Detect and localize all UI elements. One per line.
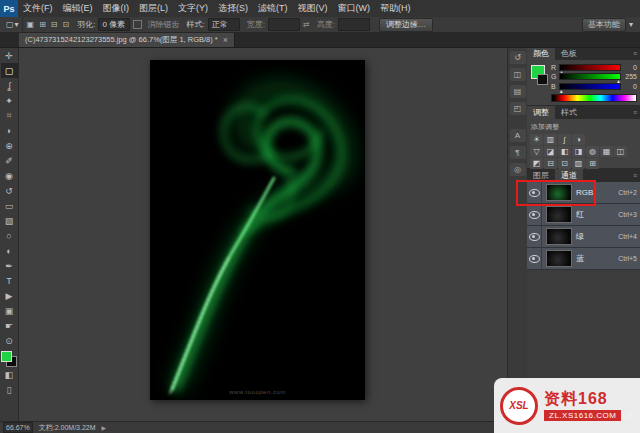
photo-filter-icon[interactable]: ◍ (586, 146, 599, 157)
channel-thumbnail[interactable] (546, 228, 572, 245)
new-selection-icon[interactable]: ▣ (26, 20, 36, 29)
style-select[interactable]: 正常 (208, 18, 240, 31)
gradient-tool[interactable]: ▧ (1, 213, 18, 228)
slider-handle-icon[interactable]: ▲ (559, 89, 564, 94)
gradient-map-icon[interactable]: ▨ (572, 158, 585, 169)
panel-menu-icon[interactable]: ≡ (630, 169, 640, 182)
tab-channels[interactable]: 通道 (555, 169, 583, 182)
panel-menu-icon[interactable]: ≡ (630, 106, 640, 119)
visibility-toggle[interactable] (527, 204, 542, 225)
hue-saturation-icon[interactable]: ◪ (544, 146, 557, 157)
clone-stamp-tool[interactable]: ◉ (1, 168, 18, 183)
close-icon[interactable]: × (223, 35, 228, 45)
hand-tool[interactable]: ☛ (1, 318, 18, 333)
zoom-level-field[interactable]: 66.67% (3, 422, 33, 433)
visibility-toggle[interactable] (527, 248, 542, 269)
menu-image[interactable]: 图像(I) (98, 0, 135, 17)
tab-layers[interactable]: 图层 (527, 169, 555, 182)
document-canvas[interactable]: www.tooopen.com (150, 60, 365, 400)
pen-tool[interactable]: ✒ (1, 258, 18, 273)
channel-thumbnail[interactable] (546, 206, 572, 223)
subtract-selection-icon[interactable]: ⊟ (50, 20, 59, 29)
menu-layer[interactable]: 图层(L) (134, 0, 173, 17)
channel-thumbnail[interactable] (546, 184, 572, 201)
channel-row-green[interactable]: 绿 Ctrl+4 (527, 226, 640, 248)
crop-tool[interactable]: ⌗ (1, 108, 18, 123)
path-selection-tool[interactable]: ▶ (1, 288, 18, 303)
threshold-icon[interactable]: ⊡ (558, 158, 571, 169)
add-selection-icon[interactable]: ⊞ (38, 20, 47, 29)
brightness-contrast-icon[interactable]: ☀ (530, 134, 543, 145)
swap-dimensions-icon[interactable]: ⇄ (303, 20, 310, 29)
tab-color[interactable]: 颜色 (527, 47, 555, 60)
menu-select[interactable]: 选择(S) (213, 0, 253, 17)
black-white-icon[interactable]: ◨ (572, 146, 585, 157)
zoom-tool[interactable]: ⊙ (1, 333, 18, 348)
color-spectrum-ramp[interactable] (551, 94, 637, 102)
workspace-button[interactable]: 基本功能 (582, 18, 626, 32)
panel-menu-icon[interactable]: ≡ (630, 47, 640, 60)
visibility-toggle[interactable] (527, 182, 542, 203)
info-panel-icon[interactable]: ▤ (510, 85, 526, 98)
exposure-icon[interactable]: ◑ (572, 134, 585, 145)
move-tool[interactable]: ✛ (1, 48, 18, 63)
quick-selection-tool[interactable]: ✦ (1, 93, 18, 108)
history-brush-tool[interactable]: ↺ (1, 183, 18, 198)
document-tab[interactable]: (C)4737315242123273555.jpg @ 66.7%(图层 1,… (19, 33, 235, 47)
visibility-toggle[interactable] (527, 226, 542, 247)
tab-swatches[interactable]: 色板 (555, 47, 583, 60)
eraser-tool[interactable]: ▭ (1, 198, 18, 213)
channel-row-red[interactable]: 红 Ctrl+3 (527, 204, 640, 226)
vibrance-icon[interactable]: ▽ (530, 146, 543, 157)
green-value[interactable]: 255 (624, 73, 637, 80)
antialias-checkbox[interactable] (133, 20, 142, 29)
healing-brush-tool[interactable]: ⊕ (1, 138, 18, 153)
lasso-tool[interactable]: ʆ (1, 78, 18, 93)
paragraph-panel-icon[interactable]: ¶ (510, 146, 526, 159)
type-tool[interactable]: T (1, 273, 18, 288)
color-lookup-icon[interactable]: ◫ (614, 146, 627, 157)
rectangular-marquee-tool[interactable]: ▢ (1, 63, 18, 78)
posterize-icon[interactable]: ⊟ (544, 158, 557, 169)
character-panel-icon[interactable]: A (510, 129, 526, 142)
blue-value[interactable]: 0 (624, 83, 637, 90)
history-panel-icon[interactable]: ↺ (510, 51, 526, 64)
foreground-color-swatch[interactable] (1, 351, 12, 362)
shape-tool[interactable]: ▣ (1, 303, 18, 318)
levels-icon[interactable]: ▥ (544, 134, 557, 145)
channel-mixer-icon[interactable]: ▦ (600, 146, 613, 157)
blur-tool[interactable]: ○ (1, 228, 18, 243)
eyedropper-tool[interactable]: ◗ (1, 123, 18, 138)
red-value[interactable]: 0 (624, 64, 637, 71)
green-slider[interactable]: ▲ (559, 73, 621, 80)
blue-slider[interactable]: ▲ (559, 83, 621, 90)
menu-filter[interactable]: 滤镜(T) (253, 0, 293, 17)
tab-styles[interactable]: 样式 (555, 106, 583, 119)
feather-input[interactable]: 0 像素 (98, 18, 130, 31)
channel-thumbnail[interactable] (546, 250, 572, 267)
channel-row-blue[interactable]: 蓝 Ctrl+5 (527, 248, 640, 270)
height-input[interactable] (338, 18, 370, 31)
menu-file[interactable]: 文件(F) (18, 0, 58, 17)
red-slider[interactable]: ▲ (559, 64, 621, 71)
menu-window[interactable]: 窗口(W) (333, 0, 376, 17)
background-color-swatch[interactable] (537, 74, 548, 85)
channel-row-rgb[interactable]: RGB Ctrl+2 (527, 182, 640, 204)
status-flyout-icon[interactable]: ▶ (102, 424, 107, 431)
selective-color-icon[interactable]: ⊞ (586, 158, 599, 169)
quick-mask-button[interactable]: ◧ (1, 367, 18, 382)
menu-type[interactable]: 文字(Y) (173, 0, 213, 17)
menu-view[interactable]: 视图(V) (293, 0, 333, 17)
color-balance-icon[interactable]: ◧ (558, 146, 571, 157)
clone-source-panel-icon[interactable]: ◎ (510, 163, 526, 176)
tool-preset-picker[interactable]: ▢ ▾ (3, 17, 23, 32)
refine-edge-button[interactable]: 调整边缘… (379, 18, 433, 32)
dodge-tool[interactable]: ◐ (1, 243, 18, 258)
invert-icon[interactable]: ◩ (530, 158, 543, 169)
screen-mode-button[interactable]: ▯ (1, 382, 18, 397)
navigator-panel-icon[interactable]: ◰ (510, 102, 526, 115)
curves-icon[interactable]: ʃ (558, 134, 571, 145)
width-input[interactable] (268, 18, 300, 31)
brush-tool[interactable]: ✐ (1, 153, 18, 168)
tab-adjustments[interactable]: 调整 (527, 106, 555, 119)
